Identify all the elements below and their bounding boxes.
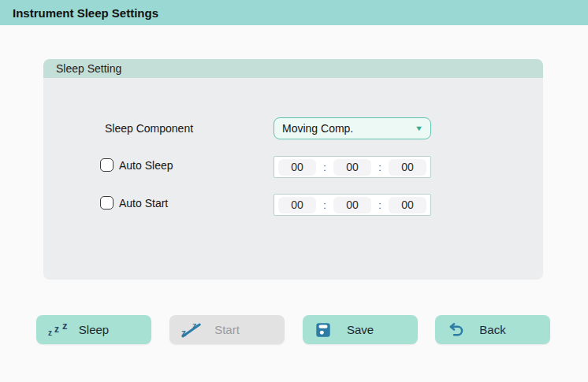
chevron-down-icon: ▼	[415, 124, 423, 132]
auto-start-time-input[interactable]: 00 : 00 : 00	[274, 194, 431, 216]
time-separator: :	[323, 199, 326, 211]
sleep-setting-panel-body: Sleep Component Moving Comp. ▼ Auto Slee…	[43, 78, 543, 280]
sleep-button-label: Sleep	[79, 323, 109, 336]
time-separator: :	[378, 199, 381, 211]
auto-start-minutes-field[interactable]: 00	[333, 197, 371, 213]
sleep-component-dropdown[interactable]: Moving Comp. ▼	[274, 117, 431, 139]
sleep-setting-panel: Sleep Setting Sleep Component Moving Com…	[43, 59, 543, 280]
auto-start-hours-field[interactable]: 00	[278, 197, 316, 213]
auto-start-seconds-field[interactable]: 00	[389, 197, 426, 213]
save-button-label: Save	[347, 323, 374, 336]
auto-sleep-seconds-field[interactable]: 00	[389, 159, 426, 176]
back-button-label: Back	[479, 323, 505, 336]
auto-sleep-time-input[interactable]: 00 : 00 : 00	[274, 156, 431, 178]
title-bar: Instrument Sleep Settings	[0, 0, 588, 25]
back-arrow-icon	[447, 315, 465, 344]
auto-sleep-minutes-field[interactable]: 00	[333, 159, 371, 176]
auto-sleep-checkbox[interactable]	[100, 158, 114, 172]
sleep-component-selected-value: Moving Comp.	[282, 122, 415, 135]
start-button[interactable]: zz Start	[169, 315, 285, 344]
back-button[interactable]: Back	[435, 315, 550, 344]
sleep-button[interactable]: zzz Sleep	[36, 315, 151, 344]
auto-sleep-hours-field[interactable]: 00	[278, 159, 316, 176]
sleep-setting-panel-header: Sleep Setting	[43, 59, 543, 78]
zzz-off-icon: zz	[181, 315, 202, 344]
save-floppy-icon	[314, 315, 332, 344]
time-separator: :	[378, 161, 381, 173]
zzz-icon: zzz	[48, 315, 72, 344]
auto-start-checkbox-row[interactable]: Auto Start	[100, 196, 168, 210]
auto-start-checkbox[interactable]	[100, 196, 114, 210]
auto-start-label: Auto Start	[119, 197, 168, 210]
start-button-label: Start	[214, 323, 240, 336]
sleep-component-label: Sleep Component	[105, 122, 193, 135]
auto-sleep-label: Auto Sleep	[119, 159, 173, 172]
time-separator: :	[323, 161, 326, 173]
auto-sleep-checkbox-row[interactable]: Auto Sleep	[100, 158, 173, 172]
save-button[interactable]: Save	[303, 315, 418, 344]
page-title: Instrument Sleep Settings	[13, 6, 158, 20]
panel-title: Sleep Setting	[56, 62, 121, 75]
